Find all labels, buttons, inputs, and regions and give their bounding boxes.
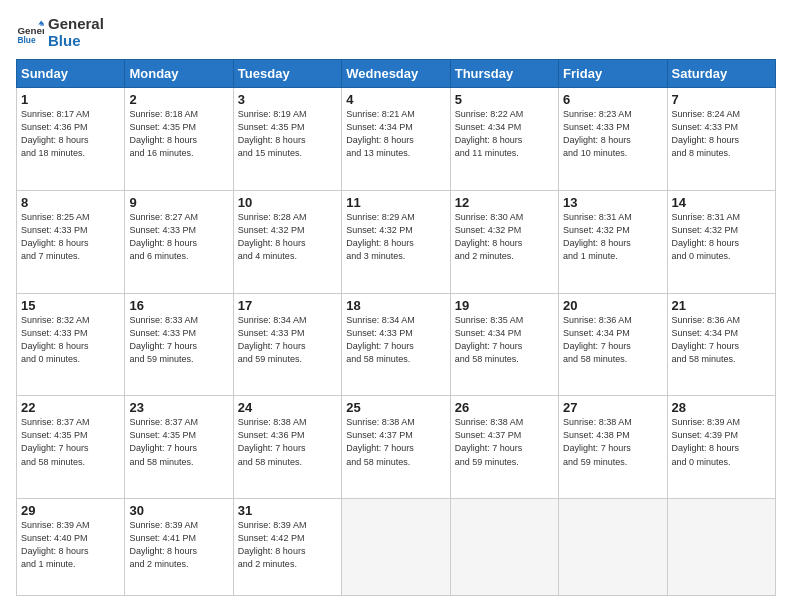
table-row: 12Sunrise: 8:30 AMSunset: 4:32 PMDayligh… (450, 190, 558, 293)
logo-blue: Blue (48, 33, 104, 50)
day-number: 2 (129, 92, 228, 107)
table-row (667, 499, 775, 596)
day-number: 28 (672, 400, 771, 415)
table-row (559, 499, 667, 596)
day-info: Sunrise: 8:31 AMSunset: 4:32 PMDaylight:… (672, 211, 771, 263)
table-row: 8Sunrise: 8:25 AMSunset: 4:33 PMDaylight… (17, 190, 125, 293)
table-row: 15Sunrise: 8:32 AMSunset: 4:33 PMDayligh… (17, 293, 125, 396)
day-info: Sunrise: 8:22 AMSunset: 4:34 PMDaylight:… (455, 108, 554, 160)
day-info: Sunrise: 8:19 AMSunset: 4:35 PMDaylight:… (238, 108, 337, 160)
day-number: 24 (238, 400, 337, 415)
day-number: 10 (238, 195, 337, 210)
day-info: Sunrise: 8:17 AMSunset: 4:36 PMDaylight:… (21, 108, 120, 160)
day-info: Sunrise: 8:33 AMSunset: 4:33 PMDaylight:… (129, 314, 228, 366)
col-monday: Monday (125, 60, 233, 88)
day-number: 3 (238, 92, 337, 107)
day-info: Sunrise: 8:34 AMSunset: 4:33 PMDaylight:… (238, 314, 337, 366)
table-row: 1Sunrise: 8:17 AMSunset: 4:36 PMDaylight… (17, 88, 125, 191)
table-row: 23Sunrise: 8:37 AMSunset: 4:35 PMDayligh… (125, 396, 233, 499)
logo: General Blue General Blue (16, 16, 104, 49)
day-number: 15 (21, 298, 120, 313)
table-row: 20Sunrise: 8:36 AMSunset: 4:34 PMDayligh… (559, 293, 667, 396)
day-number: 12 (455, 195, 554, 210)
day-info: Sunrise: 8:32 AMSunset: 4:33 PMDaylight:… (21, 314, 120, 366)
col-sunday: Sunday (17, 60, 125, 88)
day-number: 17 (238, 298, 337, 313)
day-number: 21 (672, 298, 771, 313)
day-number: 22 (21, 400, 120, 415)
day-info: Sunrise: 8:24 AMSunset: 4:33 PMDaylight:… (672, 108, 771, 160)
day-number: 31 (238, 503, 337, 518)
table-row: 31Sunrise: 8:39 AMSunset: 4:42 PMDayligh… (233, 499, 341, 596)
day-number: 6 (563, 92, 662, 107)
day-number: 5 (455, 92, 554, 107)
day-info: Sunrise: 8:37 AMSunset: 4:35 PMDaylight:… (129, 416, 228, 468)
header: General Blue General Blue (16, 16, 776, 49)
day-info: Sunrise: 8:27 AMSunset: 4:33 PMDaylight:… (129, 211, 228, 263)
table-row: 24Sunrise: 8:38 AMSunset: 4:36 PMDayligh… (233, 396, 341, 499)
table-row: 29Sunrise: 8:39 AMSunset: 4:40 PMDayligh… (17, 499, 125, 596)
table-row: 28Sunrise: 8:39 AMSunset: 4:39 PMDayligh… (667, 396, 775, 499)
day-info: Sunrise: 8:37 AMSunset: 4:35 PMDaylight:… (21, 416, 120, 468)
day-info: Sunrise: 8:30 AMSunset: 4:32 PMDaylight:… (455, 211, 554, 263)
table-row: 11Sunrise: 8:29 AMSunset: 4:32 PMDayligh… (342, 190, 450, 293)
day-number: 18 (346, 298, 445, 313)
day-info: Sunrise: 8:28 AMSunset: 4:32 PMDaylight:… (238, 211, 337, 263)
table-row: 5Sunrise: 8:22 AMSunset: 4:34 PMDaylight… (450, 88, 558, 191)
logo-icon: General Blue (16, 19, 44, 47)
table-row: 6Sunrise: 8:23 AMSunset: 4:33 PMDaylight… (559, 88, 667, 191)
day-info: Sunrise: 8:39 AMSunset: 4:42 PMDaylight:… (238, 519, 337, 571)
col-friday: Friday (559, 60, 667, 88)
day-info: Sunrise: 8:25 AMSunset: 4:33 PMDaylight:… (21, 211, 120, 263)
table-row: 25Sunrise: 8:38 AMSunset: 4:37 PMDayligh… (342, 396, 450, 499)
day-number: 20 (563, 298, 662, 313)
day-info: Sunrise: 8:38 AMSunset: 4:38 PMDaylight:… (563, 416, 662, 468)
table-row: 26Sunrise: 8:38 AMSunset: 4:37 PMDayligh… (450, 396, 558, 499)
day-info: Sunrise: 8:35 AMSunset: 4:34 PMDaylight:… (455, 314, 554, 366)
day-info: Sunrise: 8:29 AMSunset: 4:32 PMDaylight:… (346, 211, 445, 263)
day-info: Sunrise: 8:31 AMSunset: 4:32 PMDaylight:… (563, 211, 662, 263)
day-number: 26 (455, 400, 554, 415)
day-info: Sunrise: 8:23 AMSunset: 4:33 PMDaylight:… (563, 108, 662, 160)
calendar-header-row: Sunday Monday Tuesday Wednesday Thursday… (17, 60, 776, 88)
table-row: 16Sunrise: 8:33 AMSunset: 4:33 PMDayligh… (125, 293, 233, 396)
day-info: Sunrise: 8:18 AMSunset: 4:35 PMDaylight:… (129, 108, 228, 160)
day-number: 16 (129, 298, 228, 313)
table-row: 13Sunrise: 8:31 AMSunset: 4:32 PMDayligh… (559, 190, 667, 293)
day-info: Sunrise: 8:38 AMSunset: 4:37 PMDaylight:… (455, 416, 554, 468)
day-number: 27 (563, 400, 662, 415)
day-number: 7 (672, 92, 771, 107)
day-info: Sunrise: 8:36 AMSunset: 4:34 PMDaylight:… (672, 314, 771, 366)
table-row: 9Sunrise: 8:27 AMSunset: 4:33 PMDaylight… (125, 190, 233, 293)
table-row (342, 499, 450, 596)
col-tuesday: Tuesday (233, 60, 341, 88)
table-row: 21Sunrise: 8:36 AMSunset: 4:34 PMDayligh… (667, 293, 775, 396)
day-number: 9 (129, 195, 228, 210)
calendar-table: Sunday Monday Tuesday Wednesday Thursday… (16, 59, 776, 596)
col-thursday: Thursday (450, 60, 558, 88)
table-row: 30Sunrise: 8:39 AMSunset: 4:41 PMDayligh… (125, 499, 233, 596)
table-row: 4Sunrise: 8:21 AMSunset: 4:34 PMDaylight… (342, 88, 450, 191)
table-row: 10Sunrise: 8:28 AMSunset: 4:32 PMDayligh… (233, 190, 341, 293)
day-info: Sunrise: 8:39 AMSunset: 4:39 PMDaylight:… (672, 416, 771, 468)
day-number: 30 (129, 503, 228, 518)
day-number: 11 (346, 195, 445, 210)
table-row: 7Sunrise: 8:24 AMSunset: 4:33 PMDaylight… (667, 88, 775, 191)
table-row: 27Sunrise: 8:38 AMSunset: 4:38 PMDayligh… (559, 396, 667, 499)
day-number: 1 (21, 92, 120, 107)
table-row: 18Sunrise: 8:34 AMSunset: 4:33 PMDayligh… (342, 293, 450, 396)
logo-general: General (48, 16, 104, 33)
table-row: 2Sunrise: 8:18 AMSunset: 4:35 PMDaylight… (125, 88, 233, 191)
day-info: Sunrise: 8:39 AMSunset: 4:41 PMDaylight:… (129, 519, 228, 571)
day-number: 23 (129, 400, 228, 415)
svg-text:Blue: Blue (17, 34, 35, 44)
day-number: 29 (21, 503, 120, 518)
table-row (450, 499, 558, 596)
day-info: Sunrise: 8:34 AMSunset: 4:33 PMDaylight:… (346, 314, 445, 366)
table-row: 19Sunrise: 8:35 AMSunset: 4:34 PMDayligh… (450, 293, 558, 396)
day-info: Sunrise: 8:39 AMSunset: 4:40 PMDaylight:… (21, 519, 120, 571)
table-row: 3Sunrise: 8:19 AMSunset: 4:35 PMDaylight… (233, 88, 341, 191)
day-number: 8 (21, 195, 120, 210)
day-number: 4 (346, 92, 445, 107)
table-row: 22Sunrise: 8:37 AMSunset: 4:35 PMDayligh… (17, 396, 125, 499)
